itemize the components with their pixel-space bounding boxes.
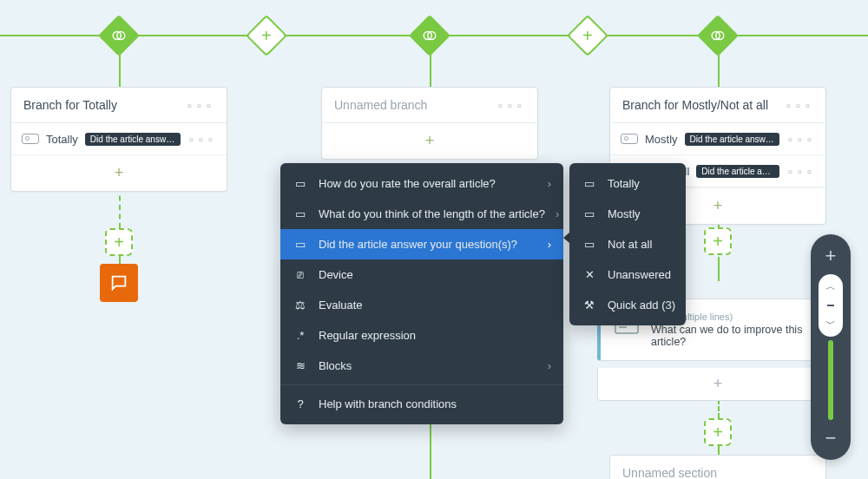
menu-item-length[interactable]: ▭ What do you think of the length of the… bbox=[280, 199, 563, 229]
zoom-in-button[interactable]: + bbox=[824, 243, 838, 269]
scale-icon: ▭ bbox=[293, 178, 308, 190]
section-title: Unnamed section bbox=[622, 466, 717, 479]
scale-icon bbox=[621, 134, 638, 144]
menu-item-rate-overall[interactable]: ▭ How do you rate the overall article? › bbox=[280, 168, 563, 199]
card-more-button[interactable]: ∘∘∘ bbox=[496, 98, 525, 112]
scale-icon: ▭ bbox=[293, 239, 308, 251]
submenu-item-quickadd[interactable]: ⚒ Quick add (3) bbox=[569, 290, 686, 320]
card-title: Branch for Totally bbox=[23, 98, 117, 112]
scale-icon: ▭ bbox=[582, 178, 597, 190]
chat-step-node[interactable] bbox=[100, 264, 138, 302]
menu-item-device[interactable]: ⎚ Device bbox=[280, 259, 563, 290]
card-title: Unnamed branch bbox=[334, 98, 427, 112]
help-icon: ? bbox=[293, 398, 308, 410]
branch-node-3[interactable] bbox=[697, 15, 739, 56]
chat-icon bbox=[109, 273, 128, 292]
chevron-right-icon: › bbox=[548, 359, 551, 372]
card-more-button[interactable]: ∘∘∘ bbox=[785, 98, 813, 112]
condition-label: Totally bbox=[46, 133, 78, 146]
condition-row[interactable]: Totally Did the article answer yo ∘∘∘ bbox=[11, 123, 227, 155]
card-title: Branch for Mostly/Not at all bbox=[622, 98, 768, 112]
scale-icon: ▭ bbox=[582, 239, 597, 251]
regex-icon: .* bbox=[293, 330, 308, 342]
condition-source: Did the article answer bbox=[696, 165, 779, 178]
branch-card-totally[interactable]: Branch for Totally ∘∘∘ Totally Did the a… bbox=[10, 87, 227, 192]
close-icon: ✕ bbox=[582, 269, 597, 281]
chevron-up-icon[interactable]: ︿ bbox=[825, 279, 836, 294]
condition-value-submenu: ▭ Totally ▭ Mostly ▭ Not at all ✕ Unansw… bbox=[569, 163, 686, 325]
condition-type-menu: ▭ How do you rate the overall article? ›… bbox=[280, 163, 563, 424]
add-step-button[interactable]: + bbox=[704, 227, 732, 255]
scale-icon: ▭ bbox=[582, 208, 597, 220]
branch-node-2[interactable] bbox=[409, 15, 450, 56]
condition-row[interactable]: Mostly Did the article answer yo ∘∘∘ bbox=[610, 123, 825, 155]
menu-item-answer-question[interactable]: ▭ Did the article answer your question(s… bbox=[280, 229, 563, 259]
condition-label: Mostly bbox=[645, 133, 678, 146]
card-more-button[interactable]: ∘∘∘ bbox=[186, 98, 214, 112]
menu-item-regex[interactable]: .* Regular expression bbox=[280, 320, 563, 351]
submenu-pointer bbox=[563, 233, 569, 243]
condition-source: Did the article answer yo bbox=[685, 133, 779, 146]
question-text: What can we do to improve this article? bbox=[651, 324, 824, 348]
chevron-down-icon[interactable]: ﹀ bbox=[825, 317, 836, 331]
zoom-reset-icon[interactable] bbox=[825, 303, 836, 308]
condition-source: Did the article answer yo bbox=[85, 133, 181, 146]
branch-node-1[interactable] bbox=[98, 15, 140, 56]
zoom-control: + ︿ ﹀ − bbox=[811, 234, 851, 460]
add-step-button[interactable]: + bbox=[704, 418, 732, 446]
quickadd-icon: ⚒ bbox=[582, 299, 597, 312]
add-question-button[interactable]: + bbox=[597, 368, 838, 401]
add-step-button[interactable]: + bbox=[105, 228, 133, 256]
connector bbox=[430, 52, 431, 87]
branch-card-unnamed[interactable]: Unnamed branch ∘∘∘ + bbox=[321, 87, 538, 160]
row-more-button[interactable]: ∘∘∘ bbox=[786, 132, 815, 146]
add-branch-node-2[interactable]: + bbox=[567, 15, 608, 56]
zoom-track[interactable] bbox=[828, 340, 833, 420]
scale-icon bbox=[22, 134, 39, 144]
device-icon: ⎚ bbox=[293, 269, 308, 281]
menu-separator bbox=[280, 384, 563, 385]
menu-item-help[interactable]: ? Help with branch conditions bbox=[280, 389, 563, 419]
connector bbox=[718, 52, 720, 87]
connector bbox=[119, 52, 121, 87]
chevron-right-icon: › bbox=[548, 177, 551, 190]
menu-item-blocks[interactable]: ≋ Blocks › bbox=[280, 351, 563, 381]
submenu-item-unanswered[interactable]: ✕ Unanswered bbox=[569, 259, 686, 290]
chevron-right-icon: › bbox=[548, 238, 551, 251]
connector-dashed bbox=[119, 187, 121, 228]
scale-icon: ▭ bbox=[293, 208, 308, 220]
add-condition-button[interactable]: + bbox=[322, 123, 537, 159]
row-more-button[interactable]: ∘∘∘ bbox=[786, 164, 815, 178]
add-branch-node-1[interactable]: + bbox=[246, 15, 287, 56]
add-condition-button[interactable]: + bbox=[11, 155, 227, 191]
menu-item-evaluate[interactable]: ⚖ Evaluate bbox=[280, 290, 563, 320]
zoom-stepper[interactable]: ︿ ﹀ bbox=[819, 274, 843, 337]
blocks-icon: ≋ bbox=[293, 360, 308, 372]
submenu-item-mostly[interactable]: ▭ Mostly bbox=[569, 199, 686, 229]
zoom-out-button[interactable]: − bbox=[824, 425, 838, 451]
chevron-right-icon: › bbox=[556, 207, 559, 220]
connector bbox=[718, 257, 720, 281]
section-card[interactable]: Unnamed section bbox=[609, 455, 826, 479]
evaluate-icon: ⚖ bbox=[293, 299, 308, 312]
row-more-button[interactable]: ∘∘∘ bbox=[187, 132, 216, 146]
submenu-item-totally[interactable]: ▭ Totally bbox=[569, 168, 686, 199]
submenu-item-notatall[interactable]: ▭ Not at all bbox=[569, 229, 686, 259]
